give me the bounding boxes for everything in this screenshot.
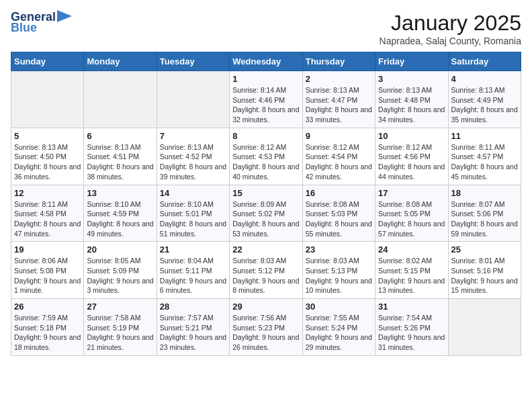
weekday-header-friday: Friday [375, 52, 448, 71]
calendar-cell: 17Sunrise: 8:08 AM Sunset: 5:05 PM Dayli… [375, 185, 448, 242]
day-info: Sunrise: 8:08 AM Sunset: 5:03 PM Dayligh… [306, 199, 372, 239]
calendar-cell: 10Sunrise: 8:12 AM Sunset: 4:56 PM Dayli… [375, 128, 448, 185]
day-number: 11 [451, 131, 518, 141]
calendar-cell: 24Sunrise: 8:02 AM Sunset: 5:15 PM Dayli… [375, 242, 448, 299]
day-number: 27 [87, 302, 153, 312]
day-number: 3 [378, 74, 445, 84]
day-number: 18 [451, 188, 518, 198]
calendar-title: January 2025 [380, 11, 521, 36]
calendar-header: SundayMondayTuesdayWednesdayThursdayFrid… [11, 52, 521, 71]
day-number: 10 [378, 131, 445, 141]
day-info: Sunrise: 8:13 AM Sunset: 4:49 PM Dayligh… [451, 85, 518, 125]
day-info: Sunrise: 8:03 AM Sunset: 5:13 PM Dayligh… [306, 256, 372, 295]
logo-text-blue: Blue [11, 21, 37, 34]
calendar-cell: 2Sunrise: 8:13 AM Sunset: 4:47 PM Daylig… [302, 71, 375, 128]
logo-arrow-icon [57, 10, 72, 22]
day-number: 19 [14, 244, 81, 255]
calendar-cell: 25Sunrise: 8:01 AM Sunset: 5:16 PM Dayli… [448, 242, 521, 299]
calendar-cell: 3Sunrise: 8:13 AM Sunset: 4:48 PM Daylig… [375, 71, 448, 128]
calendar-cell: 22Sunrise: 8:03 AM Sunset: 5:12 PM Dayli… [230, 242, 302, 299]
day-info: Sunrise: 8:13 AM Sunset: 4:48 PM Dayligh… [378, 85, 445, 125]
day-info: Sunrise: 8:14 AM Sunset: 4:46 PM Dayligh… [232, 85, 299, 125]
day-number: 17 [378, 188, 445, 198]
calendar-cell [157, 71, 229, 128]
calendar-cell: 23Sunrise: 8:03 AM Sunset: 5:13 PM Dayli… [302, 242, 375, 299]
calendar-cell: 13Sunrise: 8:10 AM Sunset: 4:59 PM Dayli… [84, 185, 157, 242]
day-number: 1 [232, 74, 299, 84]
day-info: Sunrise: 8:11 AM Sunset: 4:58 PM Dayligh… [14, 199, 81, 239]
day-number: 2 [306, 74, 372, 84]
calendar-cell: 11Sunrise: 8:11 AM Sunset: 4:57 PM Dayli… [448, 128, 521, 185]
day-number: 25 [451, 244, 518, 255]
calendar-cell: 19Sunrise: 8:06 AM Sunset: 5:08 PM Dayli… [11, 242, 84, 299]
day-number: 21 [160, 244, 226, 255]
day-number: 31 [378, 302, 445, 312]
day-info: Sunrise: 7:58 AM Sunset: 5:19 PM Dayligh… [87, 313, 153, 353]
weekday-header-saturday: Saturday [448, 52, 521, 71]
calendar-cell [11, 71, 84, 128]
weekday-header-wednesday: Wednesday [230, 52, 302, 71]
calendar-cell: 5Sunrise: 8:13 AM Sunset: 4:50 PM Daylig… [11, 128, 84, 185]
day-info: Sunrise: 7:55 AM Sunset: 5:24 PM Dayligh… [306, 313, 372, 353]
calendar-cell: 21Sunrise: 8:04 AM Sunset: 5:11 PM Dayli… [157, 242, 229, 299]
logo: General Blue [11, 11, 72, 34]
svg-marker-0 [57, 10, 72, 22]
calendar-cell: 27Sunrise: 7:58 AM Sunset: 5:19 PM Dayli… [84, 299, 157, 356]
page-header: General Blue January 2025 Napradea, Sala… [11, 11, 521, 46]
day-info: Sunrise: 8:12 AM Sunset: 4:54 PM Dayligh… [306, 142, 372, 182]
calendar-cell: 18Sunrise: 8:07 AM Sunset: 5:06 PM Dayli… [448, 185, 521, 242]
calendar-cell: 30Sunrise: 7:55 AM Sunset: 5:24 PM Dayli… [302, 299, 375, 356]
calendar-cell: 16Sunrise: 8:08 AM Sunset: 5:03 PM Dayli… [302, 185, 375, 242]
day-info: Sunrise: 8:10 AM Sunset: 5:01 PM Dayligh… [160, 199, 226, 239]
calendar-cell: 9Sunrise: 8:12 AM Sunset: 4:54 PM Daylig… [302, 128, 375, 185]
day-info: Sunrise: 8:13 AM Sunset: 4:50 PM Dayligh… [14, 142, 81, 182]
day-number: 22 [232, 244, 299, 255]
day-info: Sunrise: 7:56 AM Sunset: 5:23 PM Dayligh… [232, 313, 299, 353]
day-info: Sunrise: 8:11 AM Sunset: 4:57 PM Dayligh… [451, 142, 518, 182]
calendar-cell: 7Sunrise: 8:13 AM Sunset: 4:52 PM Daylig… [157, 128, 229, 185]
day-info: Sunrise: 8:04 AM Sunset: 5:11 PM Dayligh… [160, 256, 226, 295]
day-info: Sunrise: 8:03 AM Sunset: 5:12 PM Dayligh… [232, 256, 299, 295]
calendar-cell: 14Sunrise: 8:10 AM Sunset: 5:01 PM Dayli… [157, 185, 229, 242]
day-info: Sunrise: 8:12 AM Sunset: 4:56 PM Dayligh… [378, 142, 445, 182]
day-number: 6 [87, 131, 153, 141]
day-number: 12 [14, 188, 81, 198]
calendar-cell: 12Sunrise: 8:11 AM Sunset: 4:58 PM Dayli… [11, 185, 84, 242]
day-info: Sunrise: 8:12 AM Sunset: 4:53 PM Dayligh… [232, 142, 299, 182]
day-number: 15 [232, 188, 299, 198]
weekday-header-monday: Monday [84, 52, 157, 71]
day-info: Sunrise: 7:54 AM Sunset: 5:26 PM Dayligh… [378, 313, 445, 353]
day-info: Sunrise: 8:08 AM Sunset: 5:05 PM Dayligh… [378, 199, 445, 239]
day-info: Sunrise: 8:06 AM Sunset: 5:08 PM Dayligh… [14, 256, 81, 295]
day-number: 28 [160, 302, 226, 312]
calendar-cell: 8Sunrise: 8:12 AM Sunset: 4:53 PM Daylig… [230, 128, 302, 185]
day-info: Sunrise: 8:09 AM Sunset: 5:02 PM Dayligh… [232, 199, 299, 239]
calendar-cell: 20Sunrise: 8:05 AM Sunset: 5:09 PM Dayli… [84, 242, 157, 299]
day-number: 7 [160, 131, 226, 141]
day-info: Sunrise: 8:05 AM Sunset: 5:09 PM Dayligh… [87, 256, 153, 295]
day-info: Sunrise: 8:13 AM Sunset: 4:52 PM Dayligh… [160, 142, 226, 182]
calendar-cell: 6Sunrise: 8:13 AM Sunset: 4:51 PM Daylig… [84, 128, 157, 185]
title-block: January 2025 Napradea, Salaj County, Rom… [380, 11, 521, 46]
weekday-header-sunday: Sunday [11, 52, 84, 71]
calendar-subtitle: Napradea, Salaj County, Romania [380, 36, 521, 46]
day-number: 29 [232, 302, 299, 312]
day-number: 26 [14, 302, 81, 312]
weekday-header-thursday: Thursday [302, 52, 375, 71]
day-info: Sunrise: 7:59 AM Sunset: 5:18 PM Dayligh… [14, 313, 81, 353]
calendar-cell [84, 71, 157, 128]
calendar-cell: 28Sunrise: 7:57 AM Sunset: 5:21 PM Dayli… [157, 299, 229, 356]
day-number: 14 [160, 188, 226, 198]
calendar-cell [448, 299, 521, 356]
calendar-cell: 1Sunrise: 8:14 AM Sunset: 4:46 PM Daylig… [230, 71, 302, 128]
calendar-table: SundayMondayTuesdayWednesdayThursdayFrid… [11, 52, 521, 356]
day-info: Sunrise: 8:02 AM Sunset: 5:15 PM Dayligh… [378, 256, 445, 295]
day-number: 9 [306, 131, 372, 141]
day-info: Sunrise: 8:01 AM Sunset: 5:16 PM Dayligh… [451, 256, 518, 295]
calendar-cell: 4Sunrise: 8:13 AM Sunset: 4:49 PM Daylig… [448, 71, 521, 128]
day-number: 30 [306, 302, 372, 312]
day-info: Sunrise: 8:13 AM Sunset: 4:51 PM Dayligh… [87, 142, 153, 182]
day-info: Sunrise: 8:13 AM Sunset: 4:47 PM Dayligh… [306, 85, 372, 125]
day-number: 20 [87, 244, 153, 255]
day-info: Sunrise: 8:07 AM Sunset: 5:06 PM Dayligh… [451, 199, 518, 239]
